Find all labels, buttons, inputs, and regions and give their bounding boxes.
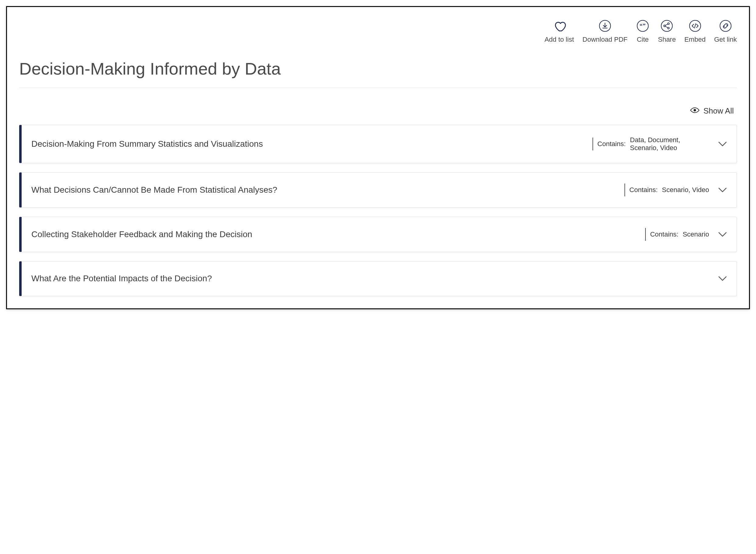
chevron-down-icon [718,141,727,147]
toolbar: Add to list Download PDF Cite Share Embe… [19,16,737,53]
toolbar-item-label: Embed [685,36,706,44]
accordion-contains: Contains: Scenario, Video [625,183,718,196]
accordion-title: What Are the Potential Impacts of the De… [32,272,718,285]
accordion-item[interactable]: Decision-Making From Summary Statistics … [19,125,737,163]
heart-icon [553,19,566,33]
contains-label: Contains: [597,140,626,148]
toolbar-item-label: Cite [637,36,649,44]
eye-icon [690,106,700,116]
contains-label: Contains: [650,230,679,238]
get-link-button[interactable]: Get link [714,19,737,44]
toolbar-item-label: Get link [714,36,737,44]
accordion-contains: Contains: Data, Document, Scenario, Vide… [593,136,718,152]
accordion-contains: Contains: Scenario [645,228,718,241]
quote-icon [636,19,649,33]
toolbar-item-label: Add to list [544,36,574,44]
share-button[interactable]: Share [658,19,676,44]
embed-button[interactable]: Embed [685,19,706,44]
accordion-item[interactable]: What Are the Potential Impacts of the De… [19,261,737,296]
contains-value: Scenario, Video [662,186,709,194]
download-pdf-button[interactable]: Download PDF [583,19,628,44]
page-title: Decision-Making Informed by Data [19,59,737,78]
chevron-down-icon [718,232,727,237]
cite-button[interactable]: Cite [636,19,649,44]
separator [645,228,646,241]
code-icon [688,19,702,33]
accordion-list: Decision-Making From Summary Statistics … [19,125,737,296]
accordion-title: Collecting Stakeholder Feedback and Maki… [32,228,645,241]
chevron-down-icon [718,187,727,193]
show-all-button[interactable]: Show All [19,106,737,116]
toolbar-item-label: Share [658,36,676,44]
contains-value: Scenario [683,230,709,238]
show-all-label: Show All [703,106,734,116]
accordion-title: What Decisions Can/Cannot Be Made From S… [32,184,625,196]
separator [625,183,625,196]
link-icon [719,19,732,33]
accordion-title: Decision-Making From Summary Statistics … [32,138,593,150]
contains-label: Contains: [629,186,658,194]
download-icon [598,19,612,33]
divider [19,88,737,88]
accordion-item[interactable]: Collecting Stakeholder Feedback and Maki… [19,217,737,252]
chevron-down-icon [718,276,727,281]
accordion-item[interactable]: What Decisions Can/Cannot Be Made From S… [19,172,737,208]
add-to-list-button[interactable]: Add to list [544,19,574,44]
separator [593,137,593,150]
share-icon [660,19,673,33]
contains-value: Data, Document, Scenario, Video [630,136,709,152]
toolbar-item-label: Download PDF [583,36,628,44]
